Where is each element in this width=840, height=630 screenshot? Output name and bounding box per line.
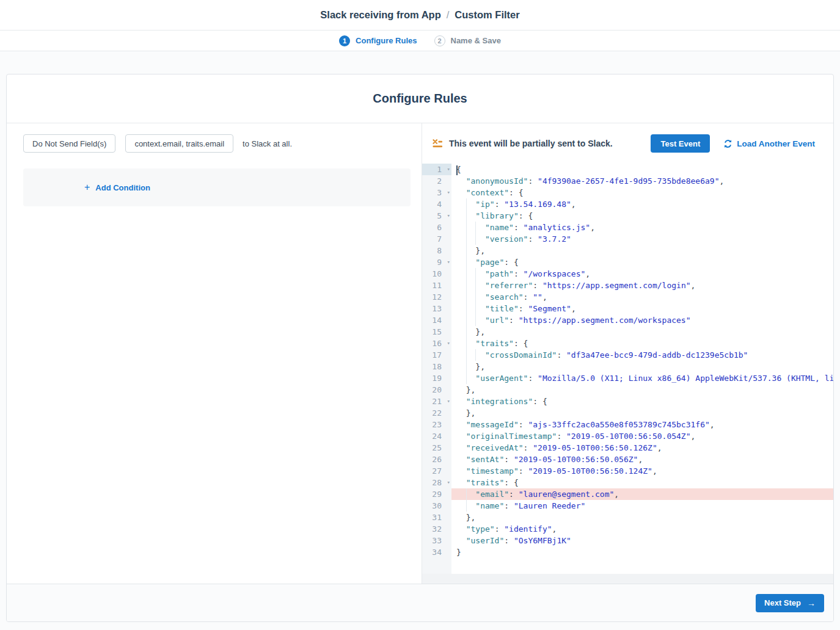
event-status-text: This event will be partially sent to Sla… <box>449 139 613 148</box>
code-line[interactable]: 21▾ "integrations": { <box>422 396 833 407</box>
line-number: 3▾ <box>422 187 451 198</box>
arrow-right-icon: → <box>807 598 816 608</box>
next-step-label: Next Step <box>764 598 801 607</box>
code-line[interactable]: 20 }, <box>422 384 833 396</box>
configure-rules-card: Configure Rules Do Not Send Field(s) con… <box>6 74 834 622</box>
line-number: 29 <box>422 488 451 500</box>
line-number: 5▾ <box>422 210 451 222</box>
line-number: 19 <box>422 372 451 384</box>
line-number: 34 <box>422 546 451 558</box>
breadcrumb: Slack receiving from App/Custom Filter <box>320 9 519 21</box>
fold-toggle-icon[interactable]: ▾ <box>447 338 450 349</box>
fold-toggle-icon[interactable]: ▾ <box>447 256 450 268</box>
load-another-event-label: Load Another Event <box>737 139 815 148</box>
step-1-badge: 1 <box>339 35 350 46</box>
line-number: 31 <box>422 512 451 523</box>
line-number: 2 <box>422 175 451 187</box>
code-line[interactable]: 16▾ "traits": { <box>422 338 833 349</box>
line-number: 32 <box>422 523 451 535</box>
code-line[interactable]: 7 "version": "3.7.2" <box>422 233 833 245</box>
next-step-button[interactable]: Next Step → <box>756 594 824 612</box>
code-line[interactable]: 30 "name": "Lauren Reeder" <box>422 500 833 512</box>
code-line[interactable]: 24 "originalTimestamp": "2019-05-10T00:5… <box>422 430 833 442</box>
line-number: 27 <box>422 465 451 477</box>
line-number: 25 <box>422 442 451 454</box>
fold-toggle-icon[interactable]: ▾ <box>447 396 450 407</box>
code-line[interactable]: 27 "timestamp": "2019-05-10T00:56:50.124… <box>422 465 833 477</box>
line-number: 6 <box>422 222 451 233</box>
page-title: Configure Rules <box>373 92 467 106</box>
code-line[interactable]: 29 "email": "lauren@segment.com", <box>422 488 833 500</box>
code-line[interactable]: 26 "sentAt": "2019-05-10T00:56:50.056Z", <box>422 454 833 465</box>
code-line[interactable]: 11 "referrer": "https://app.segment.com/… <box>422 280 833 291</box>
line-number: 21▾ <box>422 396 451 407</box>
line-number: 16▾ <box>422 338 451 349</box>
line-number: 12 <box>422 291 451 303</box>
line-number: 23 <box>422 419 451 430</box>
add-condition-label: Add Condition <box>95 183 150 192</box>
line-number: 28▾ <box>422 477 451 488</box>
card-footer: Next Step → <box>7 584 833 621</box>
line-number: 24 <box>422 430 451 442</box>
field-action-dropdown[interactable]: Do Not Send Field(s) <box>23 134 115 153</box>
code-line[interactable]: 34} <box>422 546 833 558</box>
step-1-label: Configure Rules <box>356 36 417 45</box>
step-2-badge: 2 <box>434 35 445 46</box>
code-line[interactable]: 17 "crossDomainId": "df3a47ee-bcc9-479d-… <box>422 349 833 361</box>
line-number: 17 <box>422 349 451 361</box>
line-number: 1▾ <box>422 164 451 175</box>
code-line[interactable]: 15 }, <box>422 326 833 338</box>
breadcrumb-source: Slack receiving from App <box>320 9 440 20</box>
code-line[interactable]: 31 }, <box>422 512 833 523</box>
code-line[interactable]: 3▾ "context": { <box>422 187 833 198</box>
fold-toggle-icon[interactable]: ▾ <box>447 187 450 198</box>
code-line[interactable]: 5▾ "library": { <box>422 210 833 222</box>
code-line[interactable]: 23 "messageId": "ajs-33ffc2ac0a550e8f053… <box>422 419 833 430</box>
plus-icon: + <box>84 183 90 192</box>
line-number: 9▾ <box>422 256 451 268</box>
code-line[interactable]: 13 "title": "Segment", <box>422 303 833 314</box>
fold-toggle-icon[interactable]: ▾ <box>447 477 450 488</box>
code-line[interactable]: 10 "path": "/workspaces", <box>422 268 833 280</box>
fields-input[interactable]: context.email, traits.email <box>125 134 233 153</box>
page-header: Slack receiving from App/Custom Filter <box>0 0 840 31</box>
json-code-editor[interactable]: 1▾{2 "anonymousId": "4f9390ae-2657-4fe1-… <box>422 164 833 574</box>
fold-toggle-icon[interactable]: ▾ <box>447 210 450 222</box>
code-line[interactable]: 18 }, <box>422 361 833 372</box>
step-name-save[interactable]: 2 Name & Save <box>434 35 501 46</box>
line-number: 15 <box>422 326 451 338</box>
line-number: 33 <box>422 535 451 546</box>
rule-builder-panel: Do Not Send Field(s) context.email, trai… <box>7 123 422 584</box>
code-line[interactable]: 32 "type": "identify", <box>422 523 833 535</box>
editor-horizontal-scrollbar[interactable] <box>422 574 833 584</box>
line-number: 18 <box>422 361 451 372</box>
line-number: 4 <box>422 198 451 210</box>
add-condition-button[interactable]: + Add Condition <box>84 183 150 192</box>
code-line[interactable]: 9▾ "page": { <box>422 256 833 268</box>
code-line[interactable]: 33 "userId": "OsY6MFBj1K" <box>422 535 833 546</box>
line-number: 30 <box>422 500 451 512</box>
rule-row: Do Not Send Field(s) context.email, trai… <box>23 134 411 153</box>
line-number: 22 <box>422 407 451 419</box>
code-line[interactable]: 4 "ip": "13.54.169.48", <box>422 198 833 210</box>
event-header: This event will be partially sent to Sla… <box>422 123 833 164</box>
code-line[interactable]: 8 }, <box>422 245 833 256</box>
line-number: 10 <box>422 268 451 280</box>
code-line[interactable]: 28▾ "traits": { <box>422 477 833 488</box>
line-number: 11 <box>422 280 451 291</box>
breadcrumb-separator: / <box>447 9 450 20</box>
code-line[interactable]: 2 "anonymousId": "4f9390ae-2657-4fe1-9d9… <box>422 175 833 187</box>
load-another-event-link[interactable]: Load Another Event <box>723 139 815 148</box>
line-number: 13 <box>422 303 451 314</box>
code-line[interactable]: 14 "url": "https://app.segment.com/works… <box>422 314 833 326</box>
step-configure-rules[interactable]: 1 Configure Rules <box>339 35 417 46</box>
code-line[interactable]: 19 "userAgent": "Mozilla/5.0 (X11; Linux… <box>422 372 833 384</box>
fold-toggle-icon[interactable]: ▾ <box>447 164 450 175</box>
line-number: 8 <box>422 245 451 256</box>
test-event-button[interactable]: Test Event <box>651 134 710 153</box>
code-line[interactable]: 22 }, <box>422 407 833 419</box>
code-line[interactable]: 25 "receivedAt": "2019-05-10T00:56:50.12… <box>422 442 833 454</box>
code-line[interactable]: 12 "search": "", <box>422 291 833 303</box>
code-line[interactable]: 1▾{ <box>422 164 833 175</box>
code-line[interactable]: 6 "name": "analytics.js", <box>422 222 833 233</box>
